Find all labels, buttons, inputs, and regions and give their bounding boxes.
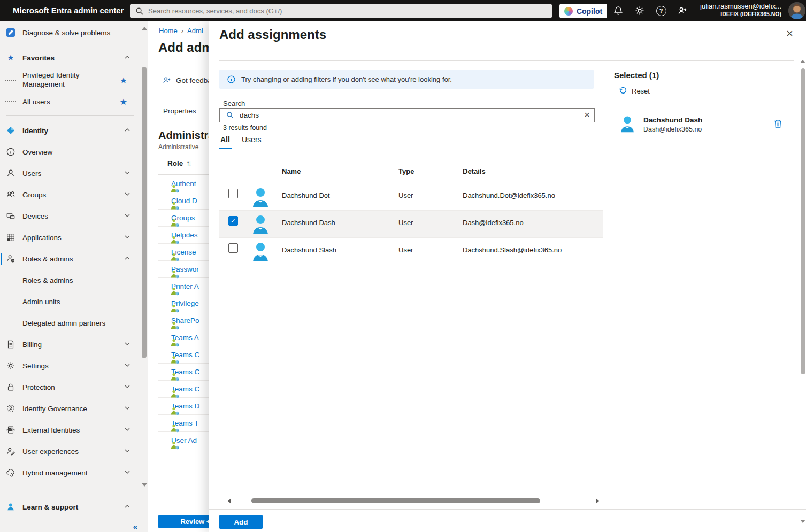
app-title[interactable]: Microsoft Entra admin center bbox=[13, 6, 124, 15]
row-details: Dash@idefix365.no bbox=[463, 219, 524, 227]
sidebar-item-delegated-admin-partners[interactable]: Delegated admin partners bbox=[0, 314, 139, 331]
drag-handle-icon bbox=[5, 96, 16, 107]
clear-search-icon[interactable]: × bbox=[584, 109, 590, 121]
tab-all[interactable]: All bbox=[220, 135, 230, 144]
scroll-right-arrow[interactable] bbox=[596, 498, 599, 504]
sidebar-item-user-experiences[interactable]: User experiences bbox=[0, 443, 139, 460]
add-assignments-panel: Add assignments × Try changing or adding… bbox=[209, 21, 806, 532]
add-button[interactable]: Add bbox=[219, 515, 263, 529]
table-row[interactable]: ✓ Dachshund Slash User Dachshund.Slash@i… bbox=[219, 238, 603, 265]
app-grid-icon bbox=[5, 232, 16, 243]
user-email: julian.rasmussen@idefix... bbox=[700, 2, 781, 11]
scrollbar-thumb[interactable] bbox=[801, 68, 805, 374]
sidebar-item-admin-units[interactable]: Admin units bbox=[0, 293, 139, 310]
sidebar-item-all-users[interactable]: All users ★ bbox=[0, 93, 139, 110]
sidebar-item-devices[interactable]: Devices bbox=[0, 207, 139, 225]
help-button[interactable]: ? bbox=[650, 0, 672, 21]
account-info[interactable]: julian.rasmussen@idefix... IDEFIX (IDEFI… bbox=[700, 2, 781, 18]
got-feedback-link[interactable]: Got feedba bbox=[162, 75, 212, 85]
scroll-down-arrow[interactable] bbox=[800, 520, 805, 523]
chevron-down-icon bbox=[124, 341, 131, 349]
sidebar-item-settings[interactable]: Settings bbox=[0, 357, 139, 374]
bell-icon bbox=[613, 5, 624, 16]
settings-button[interactable] bbox=[629, 0, 650, 21]
selected-list-item[interactable]: Dachshund Dash Dash@idefix365.no bbox=[614, 110, 794, 137]
identity-logo-icon bbox=[5, 125, 16, 136]
global-search-input[interactable] bbox=[148, 7, 523, 15]
assignments-search[interactable]: × bbox=[219, 108, 595, 122]
assignments-search-input[interactable] bbox=[240, 111, 571, 119]
avatar[interactable] bbox=[788, 2, 805, 19]
sidebar-section-identity[interactable]: Identity bbox=[0, 122, 139, 139]
sidebar-item-hybrid-management[interactable]: Hybrid management bbox=[0, 464, 139, 481]
sidebar-scrollbar[interactable] bbox=[141, 24, 148, 494]
sidebar-item-diagnose[interactable]: Diagnose & solve problems bbox=[0, 24, 139, 41]
scroll-up-arrow[interactable] bbox=[142, 27, 147, 30]
reset-button[interactable]: Reset bbox=[618, 87, 650, 95]
gear-icon bbox=[5, 360, 16, 371]
sidebar-item-overview[interactable]: Overview bbox=[0, 143, 139, 160]
tab-users[interactable]: Users bbox=[242, 135, 262, 144]
scrollbar-thumb[interactable] bbox=[251, 498, 540, 503]
sidebar-item-pim[interactable]: Privileged Identity Management ★ bbox=[0, 68, 139, 92]
chevron-up-icon bbox=[124, 255, 131, 263]
sidebar-item-groups[interactable]: Groups bbox=[0, 186, 139, 203]
column-header-details[interactable]: Details bbox=[463, 167, 486, 175]
notifications-button[interactable] bbox=[608, 0, 629, 21]
breadcrumb-home[interactable]: Home bbox=[159, 27, 178, 35]
breadcrumb-current[interactable]: Admi bbox=[187, 27, 203, 35]
sidebar-item-external-identities[interactable]: External Identities bbox=[0, 421, 139, 438]
user-avatar-icon bbox=[251, 214, 270, 237]
sidebar: Diagnose & solve problems ★ Favorites Pr… bbox=[0, 21, 148, 532]
sidebar-collapse-button[interactable]: « bbox=[133, 522, 137, 531]
drag-handle-icon bbox=[5, 75, 16, 86]
chevron-up-icon bbox=[124, 54, 131, 62]
sidebar-item-billing[interactable]: Billing bbox=[0, 336, 139, 353]
search-icon bbox=[226, 111, 234, 119]
horizontal-scrollbar[interactable] bbox=[219, 497, 600, 505]
divider bbox=[148, 508, 212, 508]
favorite-star-icon[interactable]: ★ bbox=[120, 97, 127, 107]
scroll-down-arrow[interactable] bbox=[142, 483, 147, 487]
favorite-star-icon[interactable]: ★ bbox=[120, 75, 127, 86]
sidebar-item-identity-governance[interactable]: Identity Governance bbox=[0, 400, 139, 417]
role-column-header[interactable]: Role↑↓ bbox=[167, 159, 192, 167]
column-header-type[interactable]: Type bbox=[398, 167, 414, 175]
lock-icon bbox=[5, 382, 16, 392]
scrollbar-thumb[interactable] bbox=[142, 67, 147, 358]
sidebar-item-applications[interactable]: Applications bbox=[0, 229, 139, 246]
copilot-button[interactable]: Copilot bbox=[559, 4, 607, 18]
divider bbox=[219, 181, 603, 181]
row-checkbox[interactable]: ✓ bbox=[228, 189, 238, 198]
remove-selected-button[interactable] bbox=[773, 119, 782, 131]
global-search[interactable] bbox=[130, 4, 552, 18]
sidebar-item-users[interactable]: Users bbox=[0, 165, 139, 182]
row-name: Dachshund Dash bbox=[282, 219, 335, 227]
scroll-left-arrow[interactable] bbox=[228, 498, 231, 504]
info-icon bbox=[5, 147, 16, 157]
diagnose-icon bbox=[5, 27, 16, 38]
feedback-button[interactable] bbox=[672, 0, 693, 21]
sidebar-section-favorites[interactable]: ★ Favorites bbox=[0, 49, 139, 66]
row-type: User bbox=[398, 246, 413, 254]
chevron-up-icon bbox=[124, 127, 131, 135]
panel-scrollbar[interactable] bbox=[800, 59, 806, 529]
sidebar-item-roles-admins-sub[interactable]: Roles & admins bbox=[0, 272, 139, 289]
tab-properties[interactable]: Properties bbox=[163, 107, 196, 115]
sidebar-section-learn-support[interactable]: Learn & support bbox=[0, 498, 139, 515]
scroll-up-arrow[interactable] bbox=[800, 60, 805, 63]
row-checkbox[interactable]: ✓ bbox=[228, 243, 238, 253]
table-row[interactable]: ✓ Dachshund Dash User Dash@idefix365.no bbox=[219, 211, 603, 238]
sidebar-item-roles-admins[interactable]: Roles & admins bbox=[0, 250, 139, 267]
trash-icon bbox=[773, 119, 782, 129]
sidebar-item-label: Diagnose & solve problems bbox=[22, 29, 110, 37]
close-icon[interactable]: × bbox=[786, 28, 793, 40]
row-details: Dachshund.Slash@idefix365.no bbox=[463, 246, 562, 254]
table-row[interactable]: ✓ Dachshund Dot User Dachshund.Dot@idefi… bbox=[219, 183, 603, 211]
chevron-down-icon bbox=[124, 212, 131, 220]
row-name: Dachshund Dot bbox=[282, 191, 330, 199]
row-checkbox[interactable]: ✓ bbox=[228, 216, 238, 226]
column-header-name[interactable]: Name bbox=[282, 167, 301, 175]
sidebar-item-protection[interactable]: Protection bbox=[0, 379, 139, 396]
gear-icon bbox=[634, 5, 645, 16]
